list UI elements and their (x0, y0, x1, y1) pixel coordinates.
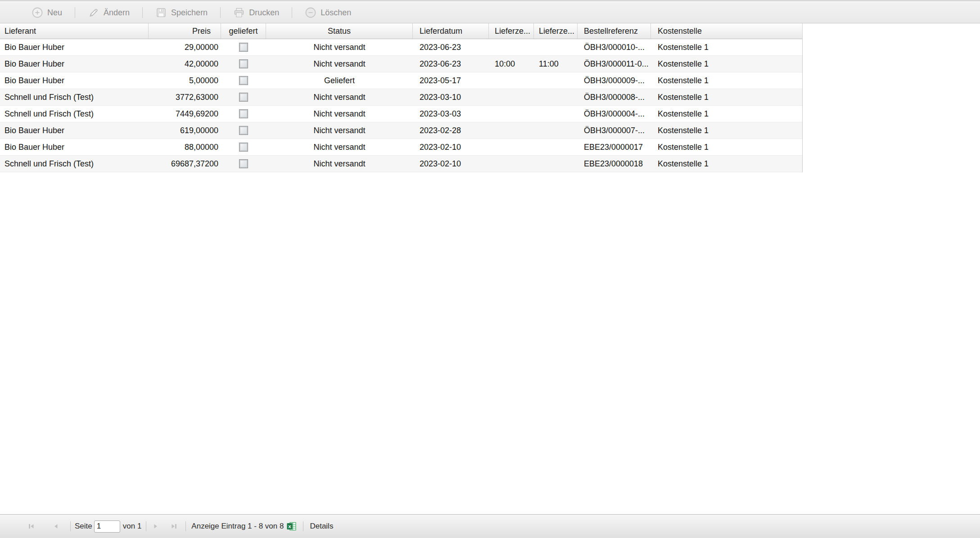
cell-lieferdatum: 2023-06-23 (413, 39, 489, 55)
cell-text: Kostenstelle 1 (658, 43, 709, 52)
column-header-label: Lieferze... (539, 27, 574, 36)
table-row[interactable]: Bio Bauer Huber619,00000Nicht versandt20… (0, 122, 802, 139)
column-header-lieferdatum[interactable]: Lieferdatum (413, 23, 489, 39)
cell-lieferant: Bio Bauer Huber (0, 72, 149, 89)
next-page-button[interactable] (152, 523, 159, 530)
cell-lieferdatum: 2023-02-10 (413, 156, 489, 172)
geliefert-checkbox[interactable] (239, 109, 248, 118)
cell-text: Nicht versandt (313, 126, 365, 135)
table-row[interactable]: Bio Bauer Huber42,00000Nicht versandt202… (0, 56, 802, 72)
cell-lieferdatum: 2023-02-10 (413, 139, 489, 155)
first-page-icon (28, 523, 35, 530)
geliefert-checkbox[interactable] (239, 126, 248, 135)
page-number-input[interactable] (94, 520, 120, 533)
cell-text: 88,00000 (185, 143, 218, 152)
column-header-label: Lieferze... (495, 27, 530, 36)
geliefert-checkbox[interactable] (239, 159, 248, 168)
cell-lieferzeit_von (489, 156, 534, 172)
cell-text: 2023-02-10 (420, 143, 461, 152)
table-row[interactable]: Bio Bauer Huber29,00000Nicht versandt202… (0, 39, 802, 56)
app-window: Neu Ändern Speichern (0, 0, 980, 172)
cell-text: 2023-02-10 (420, 159, 461, 169)
cell-lieferzeit_bis (534, 72, 578, 89)
column-header-lieferzeit_bis[interactable]: Lieferze... (534, 23, 578, 39)
print-button-label: Drucken (249, 8, 279, 18)
cell-text: Kostenstelle 1 (658, 93, 709, 102)
cell-kostenstelle: Kostenstelle 1 (651, 39, 803, 55)
cell-text: Bio Bauer Huber (5, 43, 64, 52)
cell-geliefert (221, 139, 266, 155)
cell-status: Nicht versandt (266, 139, 413, 155)
save-button[interactable]: Speichern (145, 5, 218, 20)
geliefert-checkbox[interactable] (239, 143, 248, 152)
toolbar-separator (75, 7, 75, 18)
svg-text:x: x (289, 524, 292, 529)
column-header-status[interactable]: Status (266, 23, 413, 39)
column-header-lieferant[interactable]: Lieferant (0, 23, 149, 39)
cell-geliefert (221, 106, 266, 122)
cell-status: Nicht versandt (266, 106, 413, 122)
cell-status: Nicht versandt (266, 156, 413, 172)
new-button[interactable]: Neu (21, 5, 73, 20)
column-header-kostenstelle[interactable]: Kostenstelle (651, 23, 803, 39)
excel-export-button[interactable]: x (287, 522, 296, 531)
cell-text: 619,00000 (180, 126, 218, 135)
cell-text: Schnell und Frisch (Test) (5, 93, 94, 102)
geliefert-checkbox[interactable] (239, 93, 248, 102)
table-row[interactable]: Schnell und Frisch (Test)69687,37200Nich… (0, 156, 802, 172)
cell-text: ÖBH3/000007-... (584, 126, 645, 135)
cell-text: 2023-03-03 (420, 109, 461, 119)
first-page-button[interactable] (28, 523, 35, 530)
cell-text: Kostenstelle 1 (658, 109, 709, 119)
cell-kostenstelle: Kostenstelle 1 (651, 139, 803, 155)
geliefert-checkbox[interactable] (239, 43, 248, 52)
cell-preis: 619,00000 (149, 122, 221, 139)
column-header-lieferzeit_von[interactable]: Lieferze... (489, 23, 534, 39)
cell-lieferzeit_von: 10:00 (489, 56, 534, 72)
table-row[interactable]: Bio Bauer Huber5,00000Geliefert2023-05-1… (0, 72, 802, 89)
cell-text: 42,00000 (185, 59, 218, 69)
cell-text: Geliefert (324, 76, 355, 85)
last-page-button[interactable] (170, 523, 177, 530)
cell-bestellreferenz: ÖBH3/000007-... (578, 122, 651, 139)
edit-button[interactable]: Ändern (77, 5, 140, 20)
toolbar-separator (220, 7, 221, 18)
cell-text: EBE23/0000018 (584, 159, 643, 169)
cell-bestellreferenz: EBE23/0000017 (578, 139, 651, 155)
details-button[interactable]: Details (310, 522, 333, 531)
cell-text: 69687,37200 (171, 159, 218, 169)
table-row[interactable]: Schnell und Frisch (Test)7449,69200Nicht… (0, 106, 802, 122)
save-button-label: Speichern (171, 8, 208, 18)
column-header-preis[interactable]: Preis (149, 23, 221, 39)
column-header-bestellreferenz[interactable]: Bestellreferenz (578, 23, 651, 39)
cell-text: 10:00 (495, 59, 515, 69)
print-button[interactable]: Drucken (222, 5, 290, 20)
cell-text: 3772,63000 (176, 93, 218, 102)
new-button-label: Neu (47, 8, 62, 18)
cell-lieferant: Bio Bauer Huber (0, 139, 149, 155)
delete-button[interactable]: Löschen (294, 5, 362, 20)
geliefert-checkbox[interactable] (239, 59, 248, 68)
prev-page-button[interactable] (52, 523, 59, 530)
paging-separator (146, 521, 146, 531)
cell-text: 2023-06-23 (420, 43, 461, 52)
table-row[interactable]: Bio Bauer Huber88,00000Nicht versandt202… (0, 139, 802, 156)
delete-button-label: Löschen (321, 8, 351, 18)
cell-text: 29,00000 (185, 43, 218, 52)
cell-bestellreferenz: ÖBH3/000010-... (578, 39, 651, 55)
cell-text: Kostenstelle 1 (658, 126, 709, 135)
cell-text: Nicht versandt (313, 43, 365, 52)
paging-separator (185, 521, 186, 531)
cell-bestellreferenz: ÖBH3/000008-... (578, 89, 651, 105)
table-row[interactable]: Schnell und Frisch (Test)3772,63000Nicht… (0, 89, 802, 106)
column-header-geliefert[interactable]: geliefert (221, 23, 266, 39)
paging-separator (303, 521, 303, 531)
last-page-icon (170, 523, 177, 530)
cell-lieferant: Bio Bauer Huber (0, 56, 149, 72)
paging-separator (70, 521, 71, 531)
cell-text: Bio Bauer Huber (5, 143, 64, 152)
geliefert-checkbox[interactable] (239, 76, 248, 85)
cell-kostenstelle: Kostenstelle 1 (651, 72, 803, 89)
cell-lieferdatum: 2023-03-03 (413, 106, 489, 122)
save-floppy-icon (155, 7, 167, 18)
